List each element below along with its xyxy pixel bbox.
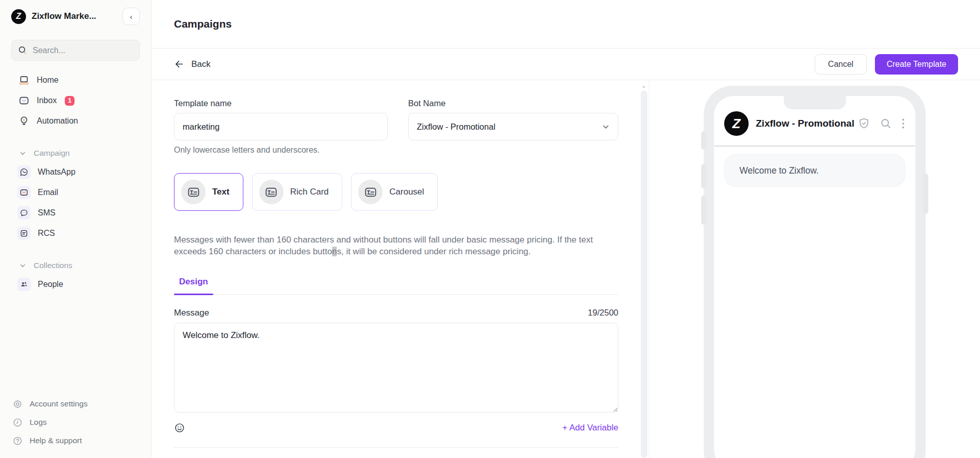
sidebar-item-automation[interactable]: Automation (11, 111, 140, 131)
carousel-card-icon (358, 180, 383, 204)
sidebar-item-label: SMS (38, 208, 56, 218)
message-textarea[interactable]: Welcome to Zixflow. (174, 323, 618, 413)
kebab-menu-icon[interactable] (901, 117, 906, 130)
scroll-up-arrow[interactable]: ▲ (642, 83, 646, 89)
inbox-icon (18, 95, 30, 106)
back-button[interactable]: Back (174, 59, 211, 69)
type-card-rich-card[interactable]: Rich Card (252, 173, 343, 211)
sidebar-item-label: People (38, 280, 63, 289)
section-campaign[interactable]: Campaign (11, 144, 140, 162)
bot-avatar: Z (724, 111, 749, 136)
chevron-left-icon: ‹ (130, 12, 133, 21)
chat-header-divider (714, 146, 916, 147)
template-name-label: Template name (174, 99, 388, 108)
search-icon (18, 45, 28, 55)
bot-name-field-group: Bot Name Zixflow - Promotional (408, 99, 618, 140)
vertical-scrollbar[interactable]: ▲ (640, 83, 647, 458)
sidebar-item-home[interactable]: Home (11, 70, 140, 90)
sidebar-item-help-support[interactable]: Help & support (11, 431, 140, 450)
sms-icon (17, 206, 31, 220)
pricing-note: Messages with fewer than 160 characters … (174, 234, 616, 257)
email-icon (17, 186, 31, 199)
bot-name-value: Zixflow - Promotional (417, 122, 495, 132)
type-card-carousel[interactable]: Carousel (351, 173, 438, 211)
zixflow-logo-icon: Z (11, 9, 26, 24)
bot-name-title: Zixflow - Promotional (756, 118, 858, 129)
sidebar-item-label: Automation (37, 116, 78, 126)
create-template-button[interactable]: Create Template (875, 54, 958, 75)
scrollbar-thumb[interactable] (641, 90, 647, 458)
rcs-icon (17, 227, 31, 240)
pricing-note-text: s, it will be considered under rich mess… (337, 247, 531, 256)
help-icon (12, 436, 23, 446)
template-form: Template name Bot Name Zixflow - Promoti… (152, 80, 649, 458)
content-row: Template name Bot Name Zixflow - Promoti… (152, 80, 980, 458)
message-label: Message (174, 308, 209, 318)
people-icon (17, 278, 31, 291)
type-card-label: Rich Card (290, 187, 329, 197)
whatsapp-icon (17, 165, 31, 179)
phone-volume-down-button (701, 196, 707, 225)
bot-name-select[interactable]: Zixflow - Promotional (408, 113, 618, 140)
footer-item-label: Help & support (30, 436, 82, 445)
page-title: Campaigns (174, 18, 232, 30)
sidebar-item-sms[interactable]: SMS (11, 203, 140, 223)
cancel-button[interactable]: Cancel (815, 54, 867, 75)
phone-volume-up-button (701, 164, 707, 188)
search-placeholder: Search... (33, 46, 65, 55)
section-label: Campaign (34, 149, 70, 158)
phone-notch (784, 96, 846, 109)
main-area: Campaigns Back Cancel Create Template (152, 0, 980, 458)
emoji-picker-button[interactable] (174, 422, 185, 433)
search-input[interactable]: Search... (11, 40, 140, 61)
bulb-icon (18, 115, 30, 127)
logs-icon (12, 417, 23, 428)
footer-item-label: Account settings (30, 399, 88, 408)
sidebar-item-account-settings[interactable]: Account settings (11, 395, 140, 413)
template-name-field-group: Template name (174, 99, 388, 140)
collapse-sidebar-button[interactable]: ‹ (122, 8, 140, 25)
chevron-down-icon (19, 262, 26, 269)
search-icon[interactable] (880, 117, 893, 130)
workspace-name: Zixflow Marke... (32, 11, 117, 21)
sidebar-nav: Home Inbox 1 (11, 70, 140, 295)
template-type-options: Text Rich Card (174, 173, 618, 211)
tab-bar: Design (174, 277, 618, 295)
sidebar-item-inbox[interactable]: Inbox 1 (11, 90, 140, 111)
template-name-helper: Only lowercase letters and underscores. (174, 146, 618, 155)
section-label: Collections (34, 261, 72, 270)
add-variable-link[interactable]: + Add Variable (562, 423, 618, 433)
laptop-icon (18, 75, 30, 86)
sidebar-item-label: RCS (38, 229, 55, 238)
message-char-counter: 19/2500 (588, 308, 618, 318)
sidebar-item-logs[interactable]: Logs (11, 413, 140, 431)
sidebar-footer: Account settings Logs (11, 395, 140, 450)
sidebar-item-label: WhatsApp (38, 167, 76, 177)
inbox-badge: 1 (65, 96, 74, 106)
app-root: Z Zixflow Marke... ‹ Search... (0, 0, 980, 458)
type-card-text[interactable]: Text (174, 173, 243, 211)
back-label: Back (191, 59, 211, 69)
sidebar-item-people[interactable]: People (11, 274, 140, 295)
type-card-label: Text (212, 187, 230, 197)
sidebar-item-label: Home (37, 76, 59, 85)
sidebar: Z Zixflow Marke... ‹ Search... (0, 0, 152, 458)
phone-mute-button (701, 131, 707, 150)
chevron-down-icon (19, 150, 26, 157)
tab-design[interactable]: Design (174, 277, 213, 294)
preview-message-bubble: Welcome to Zixflow. (724, 154, 906, 187)
section-divider (174, 447, 618, 448)
template-name-input[interactable] (174, 113, 388, 140)
sidebar-item-whatsapp[interactable]: WhatsApp (11, 162, 140, 182)
sidebar-item-label: Inbox (37, 96, 57, 105)
sidebar-item-email[interactable]: Email (11, 182, 140, 203)
section-collections[interactable]: Collections (11, 257, 140, 274)
top-header: Campaigns (152, 0, 980, 49)
bot-name-label: Bot Name (408, 99, 618, 108)
phone-screen: Z Zixflow - Promotional (714, 96, 916, 458)
verified-shield-icon (858, 117, 871, 130)
sub-header: Back Cancel Create Template (152, 49, 980, 80)
sidebar-item-rcs[interactable]: RCS (11, 223, 140, 244)
rich-card-icon (259, 180, 284, 204)
header-actions: Cancel Create Template (815, 54, 958, 75)
